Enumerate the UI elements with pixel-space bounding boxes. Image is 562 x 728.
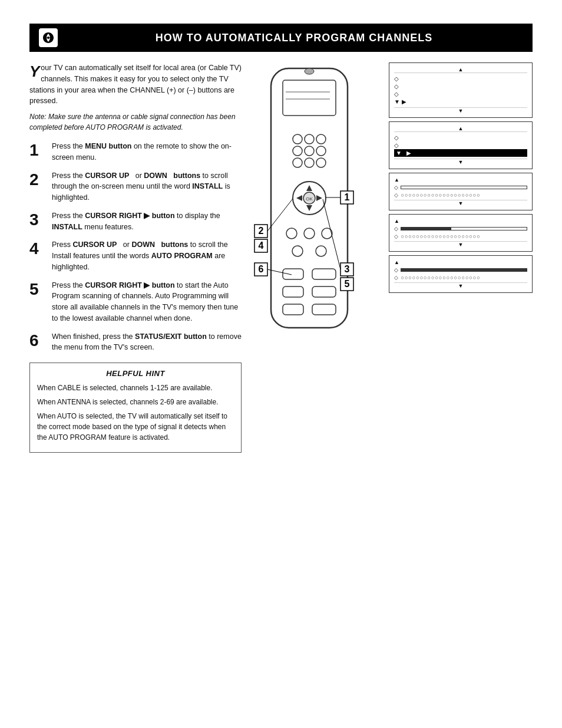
svg-point-8 bbox=[305, 146, 314, 156]
step-number-6: 6 bbox=[29, 332, 46, 349]
intro-text: Your TV can automatically set itself for… bbox=[29, 62, 242, 133]
svg-point-12 bbox=[293, 158, 302, 167]
svg-rect-29 bbox=[312, 286, 336, 297]
step-2: 2 Press the CURSOR UP or DOWN buttons to… bbox=[29, 170, 242, 203]
svg-rect-31 bbox=[312, 304, 336, 315]
screen3-arrow-down: ▼ bbox=[394, 200, 527, 206]
screen1-arrow-down: ▼ bbox=[394, 107, 527, 114]
svg-text:OK: OK bbox=[306, 196, 313, 202]
screen2-item2: ◇ bbox=[394, 141, 527, 149]
step-6: 6 When finished, press the STATUS/EXIT b… bbox=[29, 331, 242, 354]
screen3-dots: ◇ ○○○○○○○○○○○○○○○○○○○○○ bbox=[394, 192, 527, 198]
svg-point-13 bbox=[316, 158, 326, 167]
svg-point-25 bbox=[316, 246, 326, 256]
svg-point-24 bbox=[292, 246, 303, 256]
svg-marker-15 bbox=[306, 185, 312, 191]
svg-rect-26 bbox=[283, 269, 303, 279]
svg-rect-28 bbox=[283, 286, 303, 297]
header-bar: How to Automatically Program Channels bbox=[29, 24, 533, 52]
screen-3: ▲ ◇ ◇ ○○○○○○○○○○○○○○○○○○○○○ ▼ bbox=[389, 173, 533, 210]
step-text-4: Press CURSOR UP or DOWN buttons to scrol… bbox=[52, 239, 242, 272]
svg-point-9 bbox=[293, 146, 302, 156]
svg-point-6 bbox=[293, 134, 302, 144]
screen4-dots: ◇ ○○○○○○○○○○○○○○○○○○○○○ bbox=[394, 233, 527, 239]
screens-column: ▲ ◇ ◇ ◇ ▼ ▶ ▼ ▲ ◇ ◇ ▼▶ ▼ ▲ bbox=[389, 62, 533, 453]
step-text-3: Press the CURSOR RIGHT ▶ button to displ… bbox=[52, 210, 242, 233]
header-icon bbox=[39, 28, 58, 47]
svg-marker-16 bbox=[306, 205, 312, 211]
screen-5: ▲ ◇ ◇ ○○○○○○○○○○○○○○○○○○○○○ ▼ bbox=[389, 255, 533, 293]
step-text-1: Press the MENU button on the remote to s… bbox=[52, 141, 242, 163]
step-5: 5 Press the CURSOR RIGHT ▶ button to sta… bbox=[29, 280, 242, 324]
hint-item-3: When AUTO is selected, the TV will autom… bbox=[37, 411, 234, 443]
svg-point-5 bbox=[305, 134, 314, 144]
step-3: 3 Press the CURSOR RIGHT ▶ button to dis… bbox=[29, 210, 242, 233]
svg-point-10 bbox=[316, 146, 326, 156]
screen1-item3: ◇ bbox=[394, 90, 527, 98]
screen3-label: ▲ bbox=[394, 177, 527, 183]
screen-2: ▲ ◇ ◇ ▼▶ ▼ bbox=[389, 121, 533, 169]
svg-point-11 bbox=[305, 158, 314, 167]
dropcap: Y bbox=[29, 64, 39, 79]
svg-text:1: 1 bbox=[345, 192, 350, 202]
step-number-4: 4 bbox=[29, 241, 46, 257]
hint-item-2: When ANTENNA is selected, channels 2-69 … bbox=[37, 397, 234, 407]
svg-point-7 bbox=[316, 134, 326, 144]
svg-text:4: 4 bbox=[259, 241, 264, 251]
svg-marker-18 bbox=[316, 195, 322, 201]
screen2-arrow-down: ▼ bbox=[394, 159, 527, 165]
screen1-item2: ◇ bbox=[394, 83, 527, 90]
svg-marker-17 bbox=[296, 195, 302, 201]
screen4-label: ▲ bbox=[394, 218, 527, 224]
step-4: 4 Press CURSOR UP or DOWN buttons to scr… bbox=[29, 239, 242, 272]
step-text-6: When finished, press the STATUS/EXIT but… bbox=[52, 331, 242, 354]
hint-item-1: When CABLE is selected, channels 1-125 a… bbox=[37, 383, 234, 393]
screen-4: ▲ ◇ ◇ ○○○○○○○○○○○○○○○○○○○○○ ▼ bbox=[389, 214, 533, 252]
svg-point-32 bbox=[305, 68, 314, 74]
step-number-2: 2 bbox=[29, 172, 46, 188]
remote-svg: OK bbox=[253, 62, 377, 369]
step-number-5: 5 bbox=[29, 281, 46, 298]
svg-rect-2 bbox=[283, 80, 336, 116]
screen-1: ▲ ◇ ◇ ◇ ▼ ▶ ▼ bbox=[389, 62, 533, 118]
screen5-dots: ◇ ○○○○○○○○○○○○○○○○○○○○○ bbox=[394, 275, 527, 281]
main-content: Your TV can automatically set itself for… bbox=[29, 62, 533, 453]
svg-text:2: 2 bbox=[259, 226, 264, 236]
svg-text:6: 6 bbox=[259, 264, 264, 274]
screen2-item1: ◇ bbox=[394, 134, 527, 141]
screen1-item1: ◇ bbox=[394, 75, 527, 83]
svg-text:5: 5 bbox=[345, 279, 350, 289]
page: How to Automatically Program Channels Yo… bbox=[0, 0, 562, 728]
step-1: 1 Press the MENU button on the remote to… bbox=[29, 141, 242, 163]
page-title: How to Automatically Program Channels bbox=[65, 32, 523, 44]
svg-rect-27 bbox=[312, 269, 336, 279]
screen2-install: ▼▶ bbox=[394, 149, 527, 157]
intro-note: Note: Make sure the antenna or cable sig… bbox=[29, 111, 242, 133]
hint-title: Helpful Hint bbox=[37, 369, 234, 378]
step-number-1: 1 bbox=[29, 142, 46, 159]
right-column: OK bbox=[253, 62, 533, 453]
screen5-arrow-down: ▼ bbox=[394, 282, 527, 289]
svg-point-21 bbox=[286, 228, 297, 239]
svg-line-47 bbox=[323, 199, 340, 269]
step-text-2: Press the CURSOR UP or DOWN buttons to s… bbox=[52, 170, 242, 203]
svg-point-22 bbox=[304, 228, 315, 239]
remote-diagram: OK bbox=[253, 62, 383, 453]
svg-rect-30 bbox=[283, 304, 303, 315]
step-text-5: Press the CURSOR RIGHT ▶ button to start… bbox=[52, 280, 242, 324]
steps-list: 1 Press the MENU button on the remote to… bbox=[29, 141, 242, 353]
screen2-arrow-up: ▲ bbox=[394, 126, 527, 132]
svg-text:3: 3 bbox=[345, 264, 350, 274]
screen4-arrow-down: ▼ bbox=[394, 241, 527, 248]
screen1-arrow-up: ▲ bbox=[394, 67, 527, 73]
screen1-item4: ▼ ▶ bbox=[394, 98, 527, 106]
hint-box: Helpful Hint When CABLE is selected, cha… bbox=[29, 363, 242, 453]
screen5-label: ▲ bbox=[394, 259, 527, 265]
left-column: Your TV can automatically set itself for… bbox=[29, 62, 242, 453]
step-number-3: 3 bbox=[29, 212, 46, 228]
